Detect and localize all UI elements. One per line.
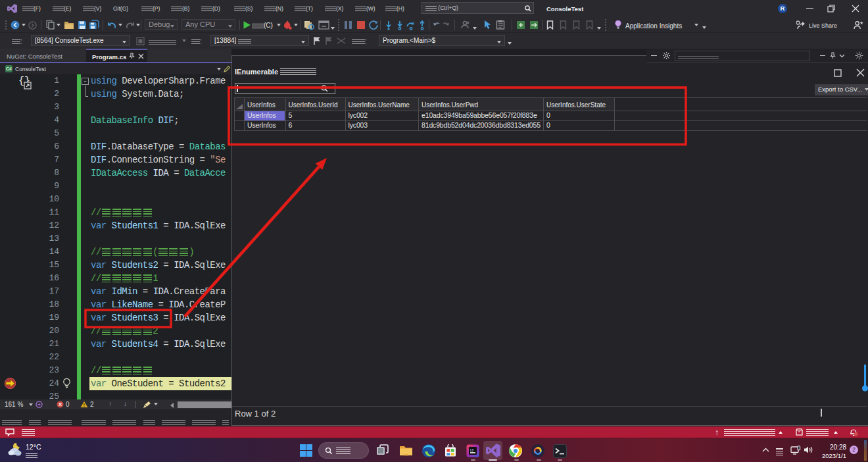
svg-text:IJ: IJ — [470, 448, 473, 452]
